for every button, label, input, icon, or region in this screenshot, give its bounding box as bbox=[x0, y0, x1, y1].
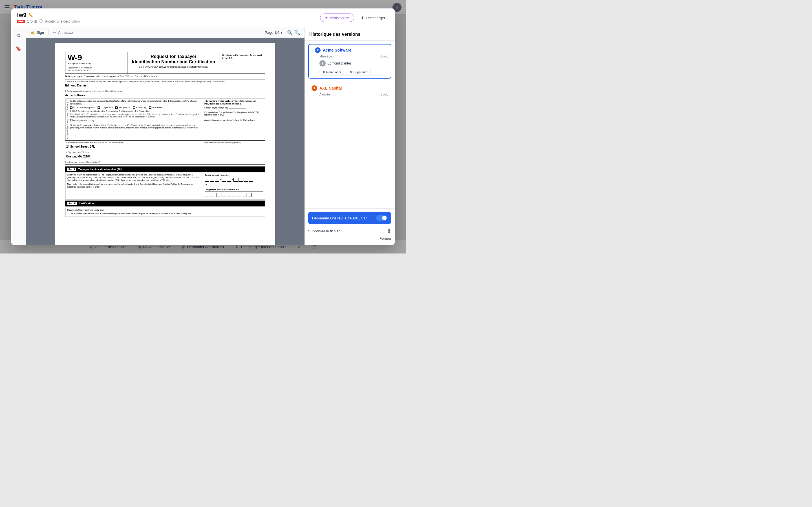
form-title-row: W-9 Form (Rev. March 2024) Department of… bbox=[65, 52, 265, 74]
delete-version-button[interactable]: ✕ Supprimer bbox=[347, 69, 371, 75]
version-badge-1: 1 bbox=[312, 86, 317, 91]
pencil-icon: ✏ bbox=[53, 31, 56, 35]
ssn-label: Social security number bbox=[205, 173, 263, 177]
ein-box-4[interactable] bbox=[221, 193, 226, 197]
modal-overlay: fw9 ✏️ PDF 175KB ⓘ Ajouter une descripti… bbox=[0, 0, 406, 253]
form-rev: Form (Rev. March 2024) bbox=[68, 62, 125, 65]
file-info: fw9 ✏️ PDF 175KB ⓘ Ajouter une descripti… bbox=[17, 12, 80, 24]
version-meta-axe: Ajoutée 1 oct. bbox=[312, 93, 388, 96]
ein-box-6[interactable] bbox=[232, 193, 236, 197]
ssn-field: – – bbox=[205, 178, 263, 182]
part1-label: Part I bbox=[67, 168, 76, 171]
line7-field: 7 List account number(s) here (optional) bbox=[65, 160, 265, 165]
pdf-badge: PDF bbox=[17, 20, 25, 23]
part2-label: Part II bbox=[67, 202, 77, 205]
cb-individual[interactable]: Individual/sole proprietor bbox=[70, 106, 95, 109]
axe-meta-label: Ajoutée bbox=[319, 93, 330, 96]
line1-value: Edmond Dantès bbox=[65, 83, 265, 88]
ai-assistant-button[interactable]: ✦ Assistant IA bbox=[320, 13, 354, 22]
form-number: W-9 bbox=[68, 54, 125, 62]
ein-box-7[interactable] bbox=[237, 193, 241, 197]
versions-list: › 2 Acme Software Mise à jour 1 oct. E bbox=[305, 41, 395, 209]
ein-box-1[interactable] bbox=[205, 193, 209, 197]
page-number: Page 1/6 bbox=[265, 31, 280, 35]
line6-label: 6 City, state, and ZIP code bbox=[66, 151, 202, 154]
cb-trust[interactable]: Trust/estate bbox=[149, 106, 163, 109]
llc-row: LLC. Enter the tax classification (C = C… bbox=[70, 110, 202, 113]
download-button[interactable]: ⬇ Télécharger bbox=[357, 14, 389, 22]
delete-label: Supprimer bbox=[353, 70, 368, 74]
line5-value: 24 School Street, 2FL bbox=[66, 145, 202, 149]
modal-header: fw9 ✏️ PDF 175KB ⓘ Ajouter une descripti… bbox=[11, 8, 395, 27]
request-review-label: Demander une revue de AXE Capi... bbox=[312, 216, 371, 220]
version-header-axe: 1 AXE Capital bbox=[312, 86, 388, 91]
ssn-box-1[interactable] bbox=[205, 178, 209, 182]
add-description-btn[interactable]: Ajouter une description bbox=[45, 19, 80, 23]
before-begin-text: For guidance related to the purpose of F… bbox=[84, 75, 157, 77]
replace-label: Remplacer bbox=[326, 70, 341, 74]
user-avatar-sm: E bbox=[319, 60, 326, 66]
side-label: See Specific Instructions on page 3. Pri… bbox=[65, 99, 69, 140]
zoom-in-icon[interactable]: 🔍 bbox=[294, 30, 300, 35]
ein-dash: – bbox=[215, 193, 216, 196]
ssn-box-6[interactable] bbox=[234, 178, 238, 182]
cb-scorp[interactable]: S corporation bbox=[115, 106, 130, 109]
doc-content[interactable]: W-9 Form (Rev. March 2024) Department of… bbox=[26, 38, 305, 245]
annotate-btn[interactable]: ✏ Annotate bbox=[53, 31, 73, 35]
ein-box-9[interactable] bbox=[247, 193, 252, 197]
request-review-button[interactable]: Demander une revue de AXE Capi... bbox=[308, 212, 391, 224]
form-w9-right: Give form to the requester. Do not send … bbox=[220, 52, 265, 61]
ein-box-8[interactable] bbox=[242, 193, 246, 197]
or-text: or bbox=[205, 183, 263, 186]
pages-icon[interactable]: ⧉ bbox=[14, 31, 23, 40]
line3b: 3b If on line 3a you checked "Partnershi… bbox=[70, 123, 202, 131]
file-size: 175KB bbox=[27, 19, 37, 23]
line5-field: 5 Address (number, street, and apt. or s… bbox=[65, 140, 203, 150]
ein-box-3[interactable] bbox=[216, 193, 221, 197]
meta-date: 1 oct. bbox=[380, 55, 388, 58]
ssn-box-4[interactable] bbox=[221, 178, 226, 182]
cb-ccorp[interactable]: C corporation bbox=[98, 106, 112, 109]
cb-other[interactable]: Other (see instructions) bbox=[70, 119, 202, 122]
ein-box-2[interactable] bbox=[210, 193, 214, 197]
part1-header: Part I Taxpayer Identification Number (T… bbox=[65, 166, 265, 172]
certification-text: Under penalties of perjury, I certify th… bbox=[67, 209, 263, 212]
version-number-1: 1 bbox=[313, 87, 315, 90]
zoom-out-icon[interactable]: 🔍 bbox=[287, 30, 293, 35]
ai-label: Assistant IA bbox=[330, 16, 349, 20]
version-item-acme[interactable]: › 2 Acme Software Mise à jour 1 oct. E bbox=[308, 44, 391, 78]
version-name-axe: AXE Capital bbox=[319, 86, 342, 91]
sign-btn[interactable]: ✍ Sign bbox=[31, 31, 44, 35]
close-modal-button[interactable]: Fermer bbox=[308, 235, 391, 242]
page-dropdown-icon[interactable]: ▾ bbox=[281, 31, 283, 35]
requester-addr bbox=[203, 150, 265, 160]
line3a-label: 3a Check the appropriate box for federal… bbox=[70, 100, 202, 105]
ssn-box-5[interactable] bbox=[227, 178, 231, 182]
delete-file-button[interactable]: Supprimer le fichier 🗑 bbox=[308, 227, 391, 235]
ssn-box-9[interactable] bbox=[249, 178, 253, 182]
right-panel: Historique des versions › 2 Acme Softwar… bbox=[305, 27, 395, 245]
panel-title: Historique des versions bbox=[309, 32, 390, 37]
ssn-box-2[interactable] bbox=[210, 178, 214, 182]
bookmark-icon[interactable]: 🔖 bbox=[14, 44, 23, 53]
chevron-right-icon[interactable]: › bbox=[312, 48, 313, 52]
tin-note: Note: Note: If the account is in more th… bbox=[67, 183, 201, 188]
delete-file-label: Supprimer le fichier bbox=[308, 229, 340, 233]
ssn-box-8[interactable] bbox=[244, 178, 248, 182]
requester-field: Requester's name and address (optional) bbox=[203, 140, 265, 150]
form-w9-left: W-9 Form (Rev. March 2024) Department of… bbox=[65, 52, 128, 73]
cb-partnership[interactable]: Partnership bbox=[133, 106, 146, 109]
tin-text: Enter your TIN in the appropriate box. T… bbox=[67, 173, 201, 182]
version-item-axe[interactable]: 1 AXE Capital Ajoutée 1 oct. bbox=[308, 82, 391, 100]
toggle-switch[interactable] bbox=[376, 215, 388, 221]
line2-field: 2 Business name/disregarded entity name,… bbox=[65, 89, 265, 99]
ssn-box-3[interactable] bbox=[215, 178, 219, 182]
ssn-box-7[interactable] bbox=[239, 178, 243, 182]
right-panel-footer: Demander une revue de AXE Capi... Suppri… bbox=[305, 209, 395, 245]
ein-box-5[interactable] bbox=[227, 193, 231, 197]
edit-icon[interactable]: ✏️ bbox=[29, 13, 33, 17]
replace-button[interactable]: ↻ Remplacer bbox=[319, 69, 344, 75]
modal: fw9 ✏️ PDF 175KB ⓘ Ajouter une descripti… bbox=[11, 8, 395, 245]
cb-llc[interactable]: LLC. Enter the tax classification (C = C… bbox=[70, 110, 202, 113]
file-meta: PDF 175KB ⓘ Ajouter une description bbox=[17, 19, 80, 24]
